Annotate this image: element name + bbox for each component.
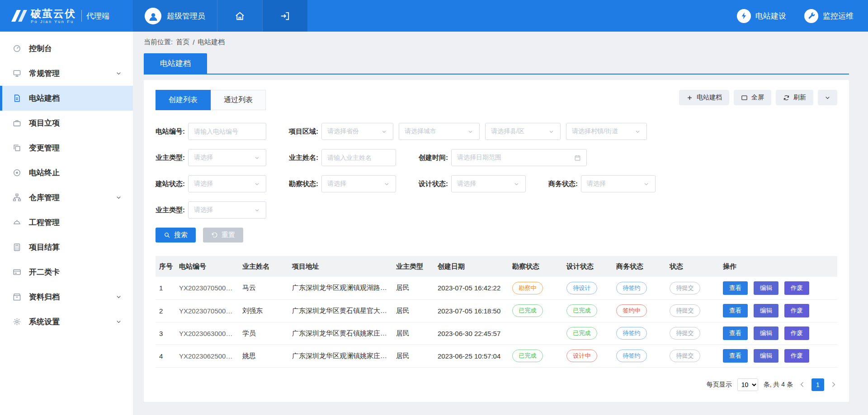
- sidebar-item-type2-card[interactable]: 开二类卡: [0, 260, 133, 284]
- city-select[interactable]: 请选择城市: [399, 123, 480, 140]
- nav-label: 电站建设: [755, 11, 786, 21]
- sidebar-item-label: 项目结算: [29, 242, 60, 252]
- prev-page-button[interactable]: [798, 381, 806, 388]
- calculator-icon: [13, 243, 21, 252]
- business-status-select[interactable]: 请选择: [581, 175, 656, 192]
- nav-station-construction[interactable]: 电站建设: [737, 9, 786, 23]
- cell-design-status: 已完成: [563, 322, 613, 345]
- station-code-input[interactable]: [188, 123, 266, 140]
- sidebar-item-general-management[interactable]: 常规管理: [0, 61, 133, 86]
- view-button[interactable]: 查看: [723, 304, 748, 317]
- survey-status-select[interactable]: 请选择: [321, 175, 396, 192]
- view-button[interactable]: 查看: [723, 349, 748, 363]
- void-button[interactable]: 作废: [784, 326, 809, 340]
- filter-row: 业主类型:请选择业主姓名:创建时间:请选择日期范围: [156, 149, 837, 166]
- filter-group: 业主姓名:: [289, 149, 396, 166]
- void-button[interactable]: 作废: [784, 281, 809, 295]
- caret-down-icon: [383, 181, 390, 187]
- caret-down-icon: [254, 181, 260, 187]
- cell-business-status: 签约中: [613, 299, 666, 322]
- cell-status: 待提交: [666, 322, 719, 345]
- nav-monitoring-ops[interactable]: 监控运维: [804, 9, 854, 23]
- column-header-0: 序号: [156, 256, 175, 277]
- status-badge: 已完成: [566, 304, 597, 317]
- status-badge: 已完成: [512, 304, 543, 317]
- sidebar-item-console[interactable]: 控制台: [0, 36, 133, 61]
- cell-created: 2023-06-25 10:57:04: [434, 345, 509, 367]
- reset-button[interactable]: 重置: [203, 228, 243, 242]
- add-station-button[interactable]: 电站建档: [679, 90, 729, 105]
- sidebar-item-station-filing[interactable]: 电站建档: [0, 86, 133, 111]
- cell-seq: 2: [156, 299, 175, 322]
- chevron-down-icon: [115, 294, 122, 300]
- app-title: 破茧云伏: [31, 8, 76, 19]
- sidebar-item-data-archive[interactable]: 资料归档: [0, 284, 133, 309]
- filter-group: 电站编号:: [156, 123, 266, 140]
- status-badge: 待提交: [670, 350, 700, 362]
- app-subtitle: Po Jian Yun Fu: [31, 19, 76, 24]
- sidebar-item-project-settlement[interactable]: 项目结算: [0, 235, 133, 260]
- view-button[interactable]: 查看: [723, 281, 748, 295]
- province-select[interactable]: 请选择省份: [321, 123, 393, 140]
- page-button-1[interactable]: 1: [811, 378, 824, 391]
- edit-button[interactable]: 编辑: [754, 281, 778, 295]
- cell-address: 广东深圳龙华区观澜镇观湖路…: [288, 277, 392, 299]
- cell-owner-type: 居民: [392, 277, 434, 299]
- build-status-select[interactable]: 请选择: [188, 175, 266, 192]
- filter-group: 业主类型:请选择: [156, 149, 266, 166]
- collapse-button[interactable]: [818, 90, 837, 105]
- fullscreen-icon: [741, 94, 748, 101]
- owner-type-select[interactable]: 请选择: [188, 149, 266, 166]
- owner-name-input[interactable]: [321, 149, 396, 166]
- filter-label: 商务状态:: [548, 180, 578, 188]
- page-tab[interactable]: 电站建档: [144, 53, 207, 74]
- plus-icon: [686, 94, 693, 101]
- edit-button[interactable]: 编辑: [754, 304, 778, 317]
- table-row: 4YX2023062500004姚思广东深圳龙华区观澜镇姚家庄…居民2023-0…: [156, 345, 837, 367]
- sidebar-item-change-management[interactable]: 变更管理: [0, 135, 133, 160]
- cell-design-status: 待设计: [563, 277, 613, 299]
- sidebar-item-warehouse-management[interactable]: 仓库管理: [0, 185, 133, 210]
- village-select[interactable]: 请选择村镇/街道: [566, 123, 647, 140]
- tab-create-list[interactable]: 创建列表: [156, 90, 211, 110]
- view-button[interactable]: 查看: [723, 326, 748, 340]
- cell-status: 待提交: [666, 345, 719, 367]
- filter-group: 请选择城市: [399, 123, 480, 140]
- owner-type2-select[interactable]: 请选择: [188, 201, 266, 219]
- logout-button[interactable]: [262, 0, 307, 32]
- next-page-button[interactable]: [830, 381, 837, 388]
- sidebar-item-project-initiation[interactable]: 项目立项: [0, 111, 133, 135]
- void-button[interactable]: 作废: [784, 349, 809, 363]
- tab-passed-list[interactable]: 通过列表: [211, 90, 266, 110]
- sidebar-item-engineering-management[interactable]: 工程管理: [0, 210, 133, 235]
- design-status-select[interactable]: 请选择: [451, 175, 526, 192]
- column-header-8: 商务状态: [613, 256, 666, 277]
- cell-address: 广东深圳龙华区观澜镇姚家庄…: [288, 345, 392, 367]
- caret-down-icon: [254, 154, 260, 161]
- edit-button[interactable]: 编辑: [754, 349, 778, 363]
- user-menu[interactable]: 超级管理员: [133, 0, 217, 32]
- per-page-select[interactable]: 10: [737, 378, 758, 391]
- warehouse-icon: [13, 193, 21, 202]
- home-button[interactable]: [217, 0, 262, 32]
- breadcrumb-home[interactable]: 首页: [176, 38, 189, 47]
- filter-label: 设计状态:: [419, 180, 448, 188]
- search-button[interactable]: 搜索: [156, 228, 196, 242]
- cell-station-code: YX2023070500011: [175, 277, 239, 299]
- edit-button[interactable]: 编辑: [754, 326, 778, 340]
- cell-owner-type: 居民: [392, 299, 434, 322]
- breadcrumb-current: 电站建档: [198, 38, 225, 47]
- cell-seq: 1: [156, 277, 175, 299]
- county-select[interactable]: 请选择县/区: [485, 123, 561, 140]
- cell-business-status: 待签约: [613, 322, 666, 345]
- archive-icon: [13, 293, 21, 301]
- fullscreen-button[interactable]: 全屏: [734, 90, 771, 105]
- sidebar-item-station-termination[interactable]: 电站终止: [0, 160, 133, 185]
- copy-icon: [13, 144, 21, 152]
- filter-group: 勘察状态:请选择: [289, 175, 396, 192]
- void-button[interactable]: 作废: [784, 304, 809, 317]
- refresh-button[interactable]: 刷新: [776, 90, 813, 105]
- filter-row: 电站编号:项目区域:请选择省份请选择城市请选择县/区请选择村镇/街道: [156, 123, 837, 140]
- create-time-range[interactable]: 请选择日期范围: [451, 149, 587, 166]
- sidebar-item-system-settings[interactable]: 系统设置: [0, 309, 133, 334]
